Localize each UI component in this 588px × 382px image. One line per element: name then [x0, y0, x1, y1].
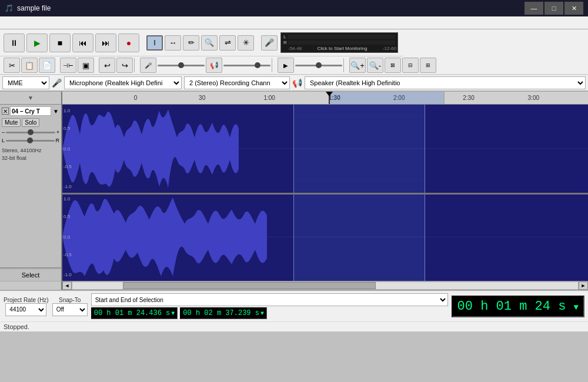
input-gain-slider[interactable]	[158, 65, 205, 66]
waveform-canvas-area[interactable]: 1.0 0.5 0.0 -0.5 -1.0 1.0 0.5 0.0 -0.5 -…	[62, 105, 588, 281]
titlebar: 🎵 sample file — □ ✕	[0, 0, 588, 16]
input-monitor-btn[interactable]: 🎤	[261, 35, 278, 51]
skip-end-button[interactable]: ⏭	[95, 33, 116, 52]
solo-btn[interactable]: Solo	[22, 118, 39, 127]
meter-r-bar[interactable]	[288, 41, 395, 45]
track-info: Stereo, 44100Hz 32-bit float	[2, 147, 59, 162]
fit-project-btn[interactable]: ⊟	[402, 58, 419, 73]
multi-tool-btn[interactable]: ✳	[238, 35, 254, 51]
record-button[interactable]: ●	[118, 33, 139, 52]
snap-to-select[interactable]: Off	[52, 303, 88, 316]
playhead	[329, 92, 330, 104]
speaker-select[interactable]: Speaker (Realtek High Definitio	[305, 76, 586, 89]
end-time-field[interactable]: 00 h 02 m 37.239 s ▼	[180, 307, 267, 319]
mute-btn[interactable]: Mute	[2, 118, 21, 127]
silence-audio-btn[interactable]: ▣	[78, 58, 94, 73]
select-all-btn[interactable]: Select	[0, 268, 61, 281]
play-button[interactable]: ▶	[26, 33, 48, 52]
select-tool-btn[interactable]: I	[146, 35, 163, 51]
pause-button[interactable]: ⏸	[4, 33, 25, 52]
track-menu-btn[interactable]: ▼	[52, 108, 59, 115]
zoom-in-btn[interactable]: 🔍+	[349, 58, 366, 73]
track-panel-header: ▼	[0, 92, 62, 104]
svg-text:-1.0: -1.0	[64, 184, 72, 189]
track-close-btn[interactable]: ✕	[2, 108, 9, 115]
project-rate-group: Project Rate (Hz) 44100	[4, 297, 49, 316]
trim-audio-btn[interactable]: ⊣⊢	[60, 58, 76, 73]
meter-l-bar[interactable]	[288, 35, 395, 39]
gain-slider[interactable]	[6, 132, 55, 133]
tracks-area: ✕ 04 – Cry T ▼ Mute Solo – + L R Stereo,…	[0, 105, 588, 281]
envelope-tool-btn[interactable]: ↔	[165, 35, 181, 51]
gain-plus-label: +	[56, 129, 59, 135]
zoom-out-btn[interactable]: 🔍-	[367, 58, 383, 73]
selection-ruler-region	[329, 92, 445, 104]
scroll-right-btn[interactable]: ►	[579, 282, 588, 290]
hscroll-thumb[interactable]	[123, 282, 376, 289]
meter-l-label: L	[283, 34, 288, 39]
sel-range-select[interactable]: Start and End of Selection	[91, 293, 448, 306]
redo-btn[interactable]: ↪	[116, 58, 133, 73]
track-ctrl-top: ✕ 04 – Cry T ▼ Mute Solo – + L R Stereo,…	[0, 105, 61, 268]
monitor-label[interactable]: Click to Start Monitoring	[302, 46, 383, 51]
meter-r-label: R	[283, 40, 288, 45]
app-icon: 🎵	[5, 4, 14, 12]
pan-slider[interactable]	[6, 140, 54, 142]
pan-r-label: R	[56, 138, 60, 143]
timeline-ruler[interactable]: 0 30 1:00 1:30 2:00 2:30 3:00	[125, 92, 588, 105]
mic-select[interactable]: Microphone (Realtek High Defini	[64, 76, 182, 89]
meters-container: L R -54 -48 Click to Start Monitoring -1…	[280, 32, 398, 53]
big-time-value: 00 h 01 m 24 s	[457, 299, 566, 314]
start-time-down-arrow[interactable]: ▼	[171, 310, 175, 317]
hscrollbar[interactable]	[72, 282, 579, 290]
track-name-row: ✕ 04 – Cry T ▼	[2, 106, 59, 116]
pan-row: L R	[2, 138, 59, 143]
stop-button[interactable]: ■	[49, 33, 71, 52]
output-vol-btn[interactable]: 📢	[206, 58, 222, 73]
track-name[interactable]: 04 – Cry T	[10, 106, 51, 116]
fit-selection-btn[interactable]: ⊠	[385, 58, 401, 73]
copy-btn[interactable]: 📋	[21, 58, 38, 73]
toolbar-row1: ⏸ ▶ ■ ⏮ ⏭ ● I ↔ ✏ 🔍 ⇌ ✳ 🎤 L	[0, 29, 588, 56]
scrollbar-row: ◄ ►	[0, 281, 588, 290]
scrollbar-corner	[0, 282, 62, 290]
undo-btn[interactable]: ↩	[99, 58, 115, 73]
svg-text:0.0: 0.0	[64, 146, 71, 152]
timeline-area: ▼ 0 30 1:00 1:30 2:00 2:30 3:00	[0, 92, 588, 105]
speaker-icon: 📢	[292, 78, 302, 88]
paste-btn[interactable]: 📄	[39, 58, 55, 73]
minimize-button[interactable]: —	[524, 2, 543, 15]
channel-select[interactable]: 2 (Stereo) Recording Chann	[184, 76, 290, 89]
svg-text:1.0: 1.0	[64, 196, 71, 202]
svg-text:-0.5: -0.5	[64, 164, 72, 169]
snap-indicator: ▼	[28, 95, 34, 101]
waveform-svg-bottom: 1.0 0.5 0.0 -0.5 -1.0	[62, 193, 588, 281]
maximize-button[interactable]: □	[544, 2, 563, 15]
zoom-toggle-btn[interactable]: ⊞	[420, 58, 436, 73]
play-speed-btn[interactable]: ▶	[278, 58, 294, 73]
end-time-value: 00 h 02 m 37.239 s	[183, 309, 259, 317]
skip-start-button[interactable]: ⏮	[72, 33, 93, 52]
close-button[interactable]: ✕	[564, 2, 583, 15]
channel-divider	[62, 193, 588, 195]
project-rate-select[interactable]: 44100	[5, 303, 46, 316]
status-controls-row: Project Rate (Hz) 44100 Snap-To Off Star…	[0, 291, 588, 321]
big-time-arrow[interactable]: ▼	[574, 303, 579, 312]
pan-l-label: L	[2, 138, 5, 143]
input-mute-btn[interactable]: 🎤	[140, 58, 156, 73]
zoom-tool-btn[interactable]: 🔍	[201, 35, 218, 51]
menubar	[0, 16, 588, 29]
timeshift-tool-btn[interactable]: ⇌	[219, 35, 236, 51]
device-row: MME 🎤 Microphone (Realtek High Defini 2 …	[0, 75, 588, 91]
output-vol-slider[interactable]	[223, 65, 270, 66]
ruler-mark-300: 3:00	[528, 95, 539, 101]
play-speed-slider[interactable]	[295, 65, 342, 66]
scroll-left-btn[interactable]: ◄	[62, 282, 72, 290]
draw-tool-btn[interactable]: ✏	[183, 35, 199, 51]
end-time-down-arrow[interactable]: ▼	[260, 310, 264, 317]
cut-btn[interactable]: ✂	[4, 58, 20, 73]
track-controls-panel: ✕ 04 – Cry T ▼ Mute Solo – + L R Stereo,…	[0, 105, 62, 281]
host-select[interactable]: MME	[2, 76, 49, 89]
start-time-field[interactable]: 00 h 01 m 24.436 s ▼	[91, 307, 178, 319]
project-rate-label: Project Rate (Hz)	[4, 297, 49, 303]
